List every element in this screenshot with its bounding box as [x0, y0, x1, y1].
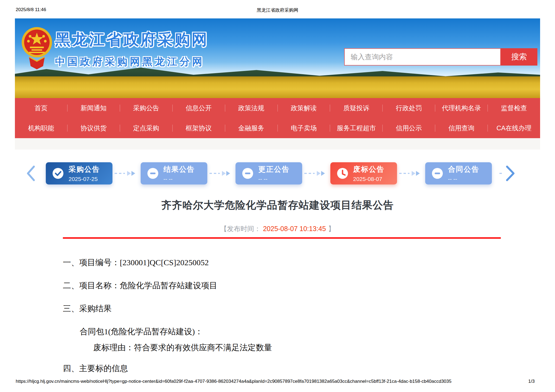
timeline-arrow-icon: [112, 170, 141, 176]
site-title: 黑龙江省政府采购网: [55, 29, 209, 50]
china-national-emblem-icon: [21, 24, 53, 70]
timeline-step-4[interactable]: 废标公告2025-08-07: [330, 162, 397, 184]
article-line: 二、项目名称：危险化学品暂存站建设项目: [63, 281, 502, 290]
step-texts: 废标公告2025-08-07: [353, 164, 385, 182]
site-subtitle: 中国政府采购网黑龙江分网: [55, 55, 209, 69]
page-indicator: 1/3: [528, 379, 535, 384]
step-date: -- --: [448, 176, 479, 182]
article-body: 一、项目编号：[230001]QC[CS]20250052二、项目名称：危险化学…: [63, 258, 502, 387]
article-line: 一、项目编号：[230001]QC[CS]20250052: [63, 258, 502, 267]
step-label: 合同公告: [448, 164, 479, 174]
timeline-step-1[interactable]: 采购公告2025-07-25: [46, 162, 112, 184]
publish-datetime: 2025-08-07 10:13:45: [263, 225, 326, 232]
print-footer: https://hljcg.hlj.gov.cn/maincms-web/not…: [0, 379, 555, 386]
site-identity: 黑龙江省政府采购网 中国政府采购网黑龙江分网: [55, 29, 209, 69]
step-texts: 合同公告-- --: [448, 164, 479, 182]
nav-item-row2-0[interactable]: 机构职能: [15, 124, 67, 132]
nav-item-row1-8[interactable]: 代理机构名录: [435, 104, 488, 112]
clock-icon: [337, 168, 348, 179]
article-line: 三、采购结果: [63, 304, 502, 313]
nav-item-row2-2[interactable]: 定点采购: [120, 124, 172, 132]
nav-item-row1-4[interactable]: 政策法规: [225, 104, 278, 112]
search-box: 搜索: [344, 48, 537, 66]
publish-label: 【发布时间：: [220, 225, 261, 232]
nav-item-row2-7[interactable]: 信用公示: [383, 124, 435, 132]
step-texts: 结果公告-- --: [163, 164, 195, 182]
nav-item-row1-9[interactable]: 监督检查: [488, 104, 540, 112]
step-date: 2025-07-25: [69, 176, 100, 182]
article-line: 合同包1(危险化学品暂存站建设)：: [63, 327, 502, 336]
nav-item-row2-6[interactable]: 服务工程超市: [330, 124, 382, 132]
nav-item-row2-9[interactable]: CA在线办理: [488, 124, 540, 132]
nav-item-row1-2[interactable]: 采购公告: [120, 104, 172, 112]
article-line: 废标理由：符合要求的有效供应商不满足法定数量: [63, 343, 502, 352]
search-input[interactable]: [344, 48, 501, 66]
notice-timeline: 采购公告2025-07-25结果公告-- --更正公告-- --废标公告2025…: [15, 160, 540, 186]
step-label: 采购公告: [69, 164, 100, 174]
nav-item-row1-3[interactable]: 信息公开: [173, 104, 225, 112]
minus-circle-icon: [242, 168, 253, 179]
step-texts: 采购公告2025-07-25: [69, 164, 100, 182]
nav-item-row2-3[interactable]: 框架协议: [173, 124, 225, 132]
publish-label-close: 】: [328, 225, 335, 232]
step-label: 废标公告: [353, 164, 385, 174]
nav-item-row2-1[interactable]: 协议供货: [67, 124, 120, 132]
article-title: 齐齐哈尔大学危险化学品暂存站建设项目结果公告: [0, 198, 555, 212]
timeline-step-2[interactable]: 结果公告-- --: [141, 162, 207, 184]
timeline-step-5[interactable]: 合同公告-- --: [425, 162, 492, 184]
sub-nav-band: [15, 138, 540, 150]
print-doc-title: 黑龙江省政府采购网: [0, 7, 555, 13]
nav-row-1: 首页新闻通知采购公告信息公开政策法规政策解读质疑投诉行政处罚代理机构名录监督检查: [15, 98, 540, 118]
minus-circle-icon: [432, 168, 443, 179]
banner-field: [15, 76, 540, 98]
step-label: 结果公告: [163, 164, 195, 174]
step-date: 2025-08-07: [353, 176, 385, 182]
nav-item-row2-5[interactable]: 电子卖场: [278, 124, 330, 132]
nav-item-row1-6[interactable]: 质疑投诉: [330, 104, 382, 112]
nav-item-row1-0[interactable]: 首页: [15, 104, 67, 112]
step-date: -- --: [258, 176, 290, 182]
timeline-step-3[interactable]: 更正公告-- --: [235, 162, 302, 184]
search-button[interactable]: 搜索: [501, 48, 537, 66]
red-divider: [63, 237, 501, 239]
nav-item-row1-7[interactable]: 行政处罚: [383, 104, 435, 112]
step-label: 更正公告: [258, 164, 290, 174]
print-header: 2025/8/8 11:46 黑龙江省政府采购网: [0, 7, 555, 15]
publish-time-line: 【发布时间：2025-08-07 10:13:45】: [0, 224, 555, 233]
site-banner: 黑龙江省政府采购网 中国政府采购网黑龙江分网 搜索: [15, 18, 540, 98]
page-url: https://hljcg.hlj.gov.cn/maincms-web/not…: [16, 379, 451, 384]
timeline-arrow-icon: [397, 170, 425, 176]
chevron-left-icon[interactable]: [26, 166, 36, 181]
article-line: 四、主要标的信息: [63, 364, 502, 373]
chevron-right-icon[interactable]: [499, 166, 515, 181]
nav-item-row1-1[interactable]: 新闻通知: [67, 104, 120, 112]
step-texts: 更正公告-- --: [258, 164, 290, 182]
main-nav: 首页新闻通知采购公告信息公开政策法规政策解读质疑投诉行政处罚代理机构名录监督检查…: [15, 98, 540, 138]
minus-circle-icon: [147, 168, 159, 179]
nav-item-row2-4[interactable]: 金融服务: [225, 124, 278, 132]
nav-row-2: 机构职能协议供货定点采购框架协议金融服务电子卖场服务工程超市信用公示信用查询CA…: [15, 118, 540, 138]
timeline-arrow-icon: [302, 170, 330, 176]
check-circle-icon: [52, 168, 64, 179]
timeline-arrow-icon: [207, 170, 235, 176]
step-date: -- --: [163, 176, 195, 182]
nav-item-row1-5[interactable]: 政策解读: [278, 104, 330, 112]
nav-item-row2-8[interactable]: 信用查询: [435, 124, 488, 132]
